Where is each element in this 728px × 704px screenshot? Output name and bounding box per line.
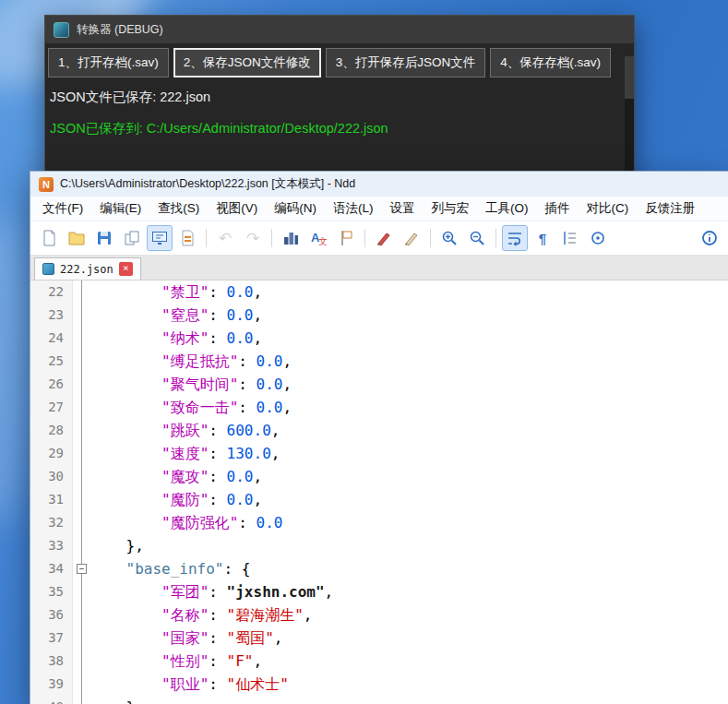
- code-text[interactable]: "魔攻": 0.0,: [90, 465, 262, 488]
- line-number: 30: [30, 465, 73, 488]
- code-text[interactable]: "性别": "F",: [90, 650, 262, 673]
- debug-step-button[interactable]: 3、打开保存后JSON文件: [326, 48, 486, 78]
- undo-icon[interactable]: ↶: [212, 225, 238, 251]
- code-line: 39 "职业": "仙术士": [30, 673, 728, 696]
- copy-icon[interactable]: [119, 225, 145, 251]
- doc-convert-icon[interactable]: [174, 225, 200, 251]
- about-icon[interactable]: [697, 225, 722, 251]
- fold-margin: [73, 696, 90, 704]
- code-area[interactable]: 22 "禁卫": 0.0,23 "窒息": 0.0,24 "纳术": 0.0,2…: [30, 280, 728, 704]
- debug-step-button[interactable]: 4、保存存档(.sav): [490, 48, 611, 78]
- code-text[interactable]: }: [90, 696, 135, 704]
- compare-icon[interactable]: [278, 225, 304, 251]
- fold-collapse-icon[interactable]: −: [77, 564, 87, 574]
- zoom-in-icon[interactable]: [436, 225, 462, 251]
- debug-button-row: 1、打开存档(.sav)2、保存JSON文件修改3、打开保存后JSON文件4、保…: [45, 43, 634, 78]
- code-text[interactable]: "跳跃": 600.0,: [90, 419, 280, 442]
- code-text[interactable]: "缚足抵抗": 0.0,: [90, 350, 292, 373]
- redo-icon[interactable]: ↷: [240, 225, 266, 251]
- pilcrow-icon[interactable]: ¶: [530, 225, 555, 251]
- debug-scrollbar[interactable]: [625, 56, 634, 180]
- code-text[interactable]: "职业": "仙术士": [90, 673, 289, 696]
- line-number: 32: [30, 511, 73, 534]
- code-text[interactable]: },: [90, 534, 144, 557]
- indent-guide-icon[interactable]: [557, 225, 583, 251]
- encoding-convert-icon[interactable]: A文: [305, 225, 331, 251]
- code-text[interactable]: "魔防强化": 0.0: [90, 511, 283, 534]
- mark-red-icon[interactable]: [371, 225, 397, 251]
- menu-item[interactable]: 反馈注册: [637, 197, 703, 220]
- code-line: 33 },: [30, 534, 728, 557]
- code-line: 26 "聚气时间": 0.0,: [30, 373, 728, 396]
- save-file-icon[interactable]: [91, 225, 117, 251]
- code-line: 22 "禁卫": 0.0,: [30, 280, 728, 304]
- menu-item[interactable]: 语法(L): [325, 197, 382, 220]
- toolbar-separator: [430, 229, 431, 247]
- tab-222json[interactable]: 222.json ×: [34, 257, 141, 280]
- code-line: 29 "速度": 130.0,: [30, 442, 728, 465]
- line-number: 34: [30, 557, 73, 580]
- fold-margin: [73, 650, 90, 673]
- line-number: 38: [30, 650, 73, 673]
- menu-item[interactable]: 文件(F): [34, 197, 91, 220]
- debug-app-icon: [54, 22, 69, 38]
- word-wrap-icon[interactable]: [502, 225, 528, 251]
- code-line: 34− "base_info": {: [30, 557, 728, 580]
- code-line: 40 }: [30, 696, 728, 704]
- code-text[interactable]: "窒息": 0.0,: [90, 304, 262, 327]
- line-number: 36: [30, 603, 73, 626]
- scope-icon[interactable]: [585, 225, 611, 251]
- menu-item[interactable]: 编辑(E): [91, 197, 149, 220]
- debug-step-button[interactable]: 1、打开存档(.sav): [48, 48, 169, 78]
- fold-margin: [73, 419, 90, 442]
- code-text[interactable]: "速度": 130.0,: [90, 442, 280, 465]
- fold-margin: [73, 327, 90, 350]
- code-text[interactable]: "国家": "蜀国",: [90, 626, 283, 650]
- menu-item[interactable]: 编码(N): [266, 197, 325, 220]
- zoom-out-icon[interactable]: [464, 225, 490, 251]
- menu-item[interactable]: 插件: [537, 197, 579, 220]
- code-text[interactable]: "禁卫": 0.0,: [90, 280, 262, 304]
- code-line: 23 "窒息": 0.0,: [30, 304, 728, 327]
- code-line: 28 "跳跃": 600.0,: [30, 419, 728, 442]
- open-file-icon[interactable]: [64, 225, 90, 251]
- code-text[interactable]: "魔防": 0.0,: [90, 488, 262, 511]
- debug-status-line: JSON文件已保存: 222.json: [50, 89, 629, 106]
- tab-bar: 222.json ×: [30, 256, 728, 280]
- menu-item[interactable]: 对比(C): [579, 197, 638, 220]
- text-mode-icon[interactable]: [147, 225, 173, 251]
- tab-close-icon[interactable]: ×: [119, 262, 133, 276]
- debug-titlebar[interactable]: 转换器 (DEBUG): [45, 16, 634, 43]
- debug-scrollbar-thumb[interactable]: [625, 56, 634, 99]
- code-text[interactable]: "军团": "jxshn.com",: [90, 580, 333, 603]
- menu-item[interactable]: 设置: [382, 197, 424, 220]
- code-line: 24 "纳术": 0.0,: [30, 327, 728, 350]
- menu-item[interactable]: 列与宏: [424, 197, 478, 220]
- code-line: 27 "致命一击": 0.0,: [30, 396, 728, 419]
- fold-margin: [73, 603, 90, 626]
- bookmark-icon[interactable]: [333, 225, 359, 251]
- menu-item[interactable]: 查找(S): [149, 197, 208, 220]
- debug-step-button[interactable]: 2、保存JSON文件修改: [173, 48, 321, 78]
- line-number: 28: [30, 419, 73, 442]
- code-text[interactable]: "聚气时间": 0.0,: [90, 373, 292, 396]
- line-number: 29: [30, 442, 73, 465]
- new-file-icon[interactable]: [36, 225, 62, 251]
- svg-text:文: 文: [318, 236, 328, 246]
- menu-item[interactable]: 视图(V): [208, 197, 266, 220]
- code-text[interactable]: "致命一击": 0.0,: [90, 396, 292, 419]
- code-text[interactable]: "名称": "碧海潮生",: [90, 603, 313, 626]
- line-number: 33: [30, 534, 73, 557]
- mark-clear-icon[interactable]: [399, 225, 424, 251]
- fold-margin: [73, 373, 90, 396]
- toolbar-separator: [495, 229, 496, 247]
- editor-titlebar[interactable]: N C:\Users\Administrator\Desktop\222.jso…: [30, 172, 728, 197]
- line-number: 23: [30, 304, 73, 327]
- code-text[interactable]: "纳术": 0.0,: [90, 327, 262, 350]
- code-text[interactable]: "base_info": {: [90, 557, 250, 580]
- file-saved-icon: [42, 263, 54, 275]
- menu-item[interactable]: 工具(O): [477, 197, 537, 220]
- toolbar-separator: [206, 229, 207, 247]
- line-number: 31: [30, 488, 73, 511]
- code-line: 30 "魔攻": 0.0,: [30, 465, 728, 488]
